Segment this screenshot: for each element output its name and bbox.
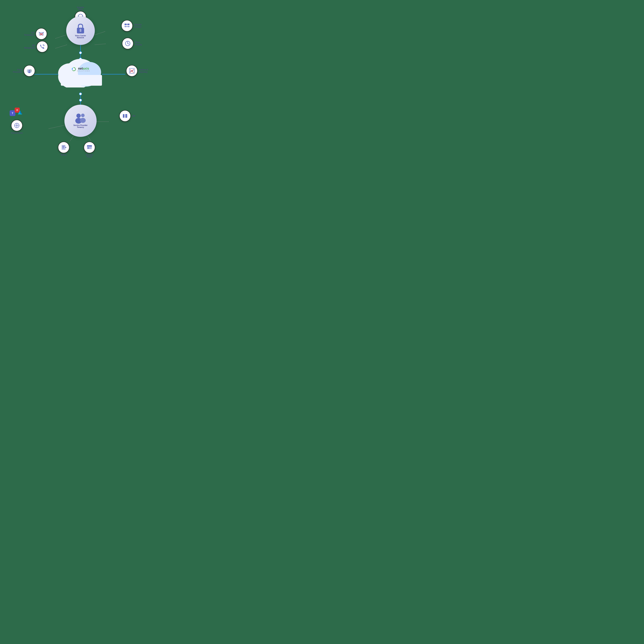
analysis-reporting-label: Analysis &Reporting xyxy=(139,69,148,73)
clock-routing-icon xyxy=(125,40,131,47)
svg-rect-71 xyxy=(90,148,91,149)
svg-rect-62 xyxy=(62,146,65,146)
brand-net: net xyxy=(78,67,83,70)
svg-line-12 xyxy=(95,44,106,45)
svg-rect-63 xyxy=(62,147,64,147)
voice-carrier-label: Voice CarrierNetwork xyxy=(75,35,86,39)
svg-rect-39 xyxy=(125,24,127,25)
svg-line-15 xyxy=(88,136,91,141)
did-management-label: DIDManagement xyxy=(24,44,35,49)
svg-rect-68 xyxy=(87,145,92,147)
analysis-reporting-node: Analysis &Reporting xyxy=(126,65,148,77)
svg-point-48 xyxy=(127,43,128,44)
svg-point-26 xyxy=(76,114,81,118)
svg-line-10 xyxy=(55,45,67,48)
svg-point-53 xyxy=(29,72,30,72)
analysis-reporting-icon-circle xyxy=(126,65,138,77)
netaxis-swirl-icon xyxy=(71,67,76,72)
svg-point-28 xyxy=(81,114,85,117)
svg-point-29 xyxy=(80,118,86,123)
branded-portal-label: BrandedPortal xyxy=(86,154,93,158)
orchestration-icon-circle xyxy=(11,120,23,131)
call-termination-icon-circle xyxy=(36,28,47,40)
svg-rect-65 xyxy=(62,148,64,149)
fraud-prevention-node: FraudPrevention xyxy=(13,65,35,77)
scalable-voice-label: ScalableVoice xyxy=(77,6,84,10)
service-provider-circle: Service ProviderTenancy xyxy=(64,105,97,137)
service-provider-label: Service ProviderTenancy xyxy=(74,124,88,128)
brand-logo: netaxis SOLUTIONS xyxy=(71,67,90,72)
portal-icon xyxy=(86,144,93,151)
voice-carrier-circle: Voice CarrierNetwork xyxy=(66,16,95,45)
did-management-node: DIDManagement xyxy=(24,41,48,52)
did-management-icon-circle xyxy=(36,41,48,52)
billing-icon xyxy=(60,144,67,151)
svg-rect-22 xyxy=(61,75,102,86)
svg-line-16 xyxy=(48,125,64,129)
azure-icon xyxy=(18,110,23,115)
call-termination-label: CallTermination xyxy=(24,31,34,36)
billing-icon-circle xyxy=(58,142,69,153)
orchestration-label: Orchestration xyxy=(11,132,23,134)
svg-point-51 xyxy=(29,69,32,72)
voice-carrier-icon xyxy=(75,23,86,34)
chart-x-icon xyxy=(129,68,135,74)
svg-rect-69 xyxy=(87,147,89,149)
operator-connect-icon-circle xyxy=(121,20,133,31)
operator-icon xyxy=(124,23,130,29)
svg-line-9 xyxy=(55,35,66,38)
direct-routing-icon-circle xyxy=(122,38,133,49)
branded-portal-icon-circle xyxy=(84,142,95,153)
branded-portal-node: BrandedPortal xyxy=(84,142,95,158)
api-icon-circle xyxy=(119,110,131,122)
envelope-x-icon xyxy=(38,31,45,37)
operator-connect-label: OperatorConnect xyxy=(134,23,142,28)
svg-rect-58 xyxy=(125,114,125,118)
call-termination-node: CallTermination xyxy=(24,28,47,40)
billing-node: Billing xyxy=(58,142,69,156)
lock-cloud-icon xyxy=(26,68,33,74)
svg-point-5 xyxy=(79,99,82,101)
operator-connect-node: OperatorConnect xyxy=(121,20,142,31)
svg-point-4 xyxy=(79,93,82,95)
svg-line-14 xyxy=(70,136,73,141)
main-diagram: netaxis SOLUTIONS Voice CarrierNetwork S… xyxy=(0,0,161,161)
svg-rect-41 xyxy=(125,26,127,27)
direct-routing-node: DirectRouting xyxy=(122,38,142,49)
api-label: API xyxy=(132,115,135,117)
api-icon xyxy=(122,113,128,119)
telephone-icon xyxy=(39,43,45,50)
orchestration-icon xyxy=(14,122,20,129)
service-provider-icon xyxy=(74,113,87,124)
brand-axis: axis xyxy=(83,67,89,70)
svg-line-11 xyxy=(95,31,106,35)
svg-rect-57 xyxy=(123,114,124,118)
api-node: API xyxy=(119,110,135,122)
svg-rect-64 xyxy=(62,148,64,148)
billing-label: Billing xyxy=(61,154,67,156)
svg-point-25 xyxy=(80,29,81,30)
svg-rect-42 xyxy=(127,26,130,27)
svg-rect-70 xyxy=(90,147,91,148)
brand-tagline: SOLUTIONS xyxy=(77,70,90,72)
orchestration-node: T O xyxy=(10,108,24,134)
direct-routing-label: DirectRouting xyxy=(135,41,142,46)
fraud-prevention-icon-circle xyxy=(24,65,35,77)
fraud-prevention-label: FraudPrevention xyxy=(13,69,22,73)
svg-rect-40 xyxy=(127,24,130,25)
